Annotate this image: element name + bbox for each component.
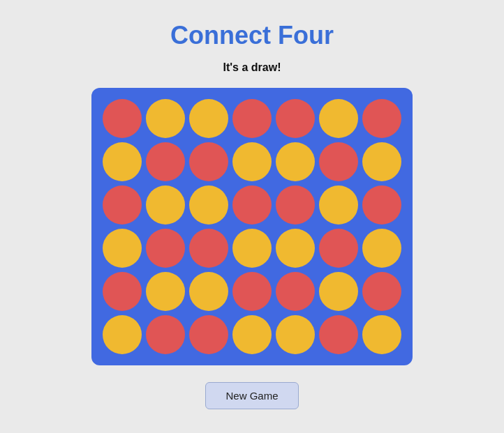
board-cell bbox=[189, 229, 228, 268]
board-cell bbox=[189, 99, 228, 138]
board-cell bbox=[319, 99, 358, 138]
board-cell bbox=[319, 229, 358, 268]
board-cell bbox=[319, 315, 358, 354]
status-text: It's a draw! bbox=[223, 61, 281, 74]
board-cell bbox=[362, 315, 401, 354]
board-cell bbox=[232, 99, 272, 138]
game-board bbox=[91, 88, 413, 365]
page-title: Connect Four bbox=[170, 21, 334, 50]
board-cell bbox=[319, 142, 358, 181]
board-cell bbox=[146, 99, 185, 138]
board-cell bbox=[146, 229, 185, 268]
board-cell bbox=[103, 272, 142, 311]
board-cell bbox=[276, 142, 315, 181]
board-cell bbox=[276, 272, 315, 311]
board-cell bbox=[362, 99, 401, 138]
board-cell bbox=[362, 142, 401, 181]
board-cell bbox=[146, 315, 185, 354]
board-cell bbox=[232, 185, 272, 225]
board-cell bbox=[232, 229, 272, 268]
board-cell bbox=[232, 315, 272, 354]
board-cell bbox=[103, 315, 142, 354]
board-cell bbox=[232, 142, 272, 181]
board-cell bbox=[189, 272, 228, 311]
new-game-button[interactable]: New Game bbox=[205, 382, 298, 409]
board-cell bbox=[362, 272, 401, 311]
board-cell bbox=[276, 229, 315, 268]
board-cell bbox=[146, 185, 185, 225]
board-cell bbox=[319, 272, 358, 311]
board-cell bbox=[276, 185, 315, 225]
board-cell bbox=[189, 185, 228, 225]
board-cell bbox=[362, 229, 401, 268]
board-cell bbox=[319, 185, 358, 225]
board-cell bbox=[146, 272, 185, 311]
board-cell bbox=[362, 185, 401, 225]
board-cell bbox=[103, 185, 142, 225]
board-cell bbox=[103, 229, 142, 268]
board-cell bbox=[189, 315, 228, 354]
board-cell bbox=[146, 142, 185, 181]
board-cell bbox=[103, 142, 142, 181]
board-cell bbox=[276, 315, 315, 354]
board-cell bbox=[232, 272, 272, 311]
board-cell bbox=[189, 142, 228, 181]
board-cell bbox=[276, 99, 315, 138]
board-cell bbox=[103, 99, 142, 138]
